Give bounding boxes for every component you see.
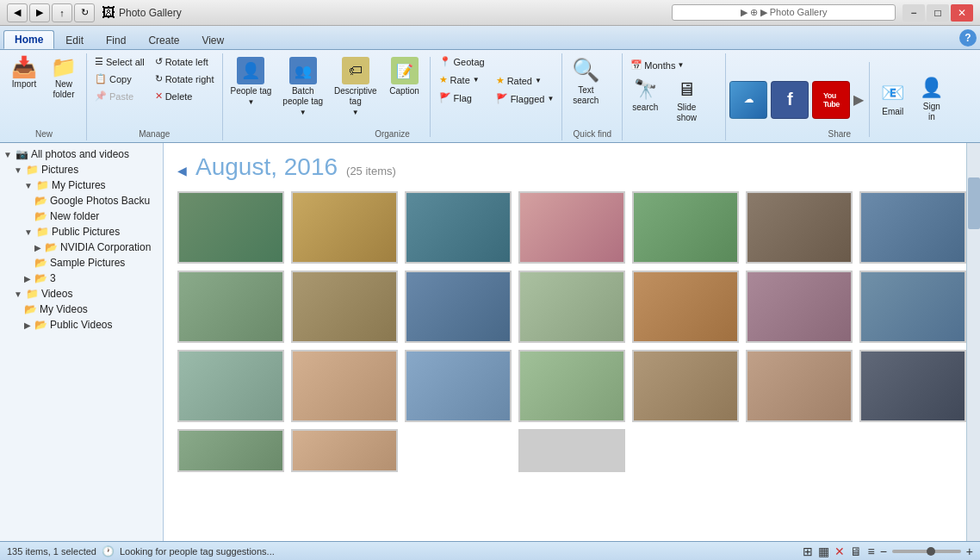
- content-area: ◀ August, 2016 (25 items): [164, 143, 980, 541]
- photo-thumb-2[interactable]: [291, 191, 398, 264]
- photo-thumb-23[interactable]: [291, 429, 398, 472]
- tab-edit[interactable]: Edit: [54, 30, 95, 49]
- nav-refresh[interactable]: ↻: [74, 3, 95, 22]
- paste-icon: 📌: [95, 90, 107, 102]
- email-icon: 📧: [881, 82, 904, 104]
- nav-back[interactable]: ◀: [7, 3, 28, 22]
- nav-buttons: ◀ ▶ ↑ ↻: [7, 3, 95, 22]
- minimize-button[interactable]: −: [902, 4, 925, 22]
- sidebar-item-all[interactable]: ▼ 📷 All photos and videos: [0, 146, 163, 162]
- photo-thumb-14[interactable]: [859, 271, 966, 343]
- sidebar-item-pictures[interactable]: ▼ 📁 Pictures: [0, 162, 163, 177]
- months-button[interactable]: 📅 Months ▼: [626, 57, 688, 73]
- flag-button[interactable]: 🚩 Flag: [435, 90, 489, 106]
- sidebar-item-public-videos[interactable]: ▶ 📂 Public Videos: [0, 317, 163, 333]
- search-button[interactable]: 🔭 search: [626, 75, 664, 127]
- scrollbar-track[interactable]: [966, 143, 980, 541]
- paste-button[interactable]: 📌 Paste: [90, 88, 149, 104]
- slide-show-button[interactable]: 🖥 Slideshow: [667, 75, 705, 127]
- sidebar-item-3[interactable]: ▶ 📂 3: [0, 271, 163, 286]
- photo-thumb-12[interactable]: [632, 271, 739, 343]
- photo-thumb-5[interactable]: [632, 191, 739, 264]
- photo-thumb-16[interactable]: [291, 350, 398, 422]
- photo-thumb-7[interactable]: [859, 191, 966, 264]
- photo-thumb-6[interactable]: [746, 191, 853, 264]
- youtube-button[interactable]: YouTube: [812, 81, 850, 119]
- sidebar-item-google-photos[interactable]: 📂 Google Photos Backu: [0, 193, 163, 208]
- rate-button[interactable]: ★ Rate ▼: [435, 72, 489, 88]
- text-search-button[interactable]: 🔍 Textsearch: [566, 53, 605, 109]
- photo-thumb-18[interactable]: [518, 350, 625, 422]
- select-all-button[interactable]: ☰ Select all: [90, 53, 149, 70]
- nvidia-icon: 📂: [45, 241, 58, 253]
- tab-create[interactable]: Create: [137, 30, 190, 49]
- facebook-button[interactable]: f: [771, 81, 809, 119]
- caption-button[interactable]: 📝 Caption: [384, 53, 425, 99]
- photo-thumb-3[interactable]: [405, 191, 512, 264]
- ribbon-group-share: ☁ f YouTube ▶ 📧 Email 👤 Signin Share: [726, 53, 952, 140]
- new-folder-button[interactable]: 📁 Newfolder: [45, 53, 83, 103]
- photo-thumb-9[interactable]: [291, 271, 398, 343]
- photo-thumb-4[interactable]: [518, 191, 625, 264]
- close-button[interactable]: ✕: [951, 4, 973, 22]
- photo-thumb-21[interactable]: [859, 350, 966, 422]
- rotate-left-button[interactable]: ↺ Rotate left: [151, 53, 219, 70]
- nav-up[interactable]: ↑: [52, 3, 72, 22]
- address-bar[interactable]: ▶ ⊕ ▶ Photo Gallery: [672, 4, 896, 21]
- gallery-back-arrow[interactable]: ◀: [177, 164, 187, 177]
- sidebar-item-new-folder[interactable]: 📂 New folder: [0, 208, 163, 224]
- email-button[interactable]: 📧 Email: [875, 78, 910, 120]
- view-icon-4[interactable]: ≡: [867, 544, 874, 558]
- descriptive-tag-button[interactable]: 🏷 Descriptivetag ▼: [330, 53, 381, 120]
- folder-3-icon: 📂: [34, 272, 47, 284]
- zoom-slider[interactable]: [892, 550, 961, 553]
- delete-status-icon[interactable]: ✕: [834, 544, 845, 558]
- geotag-button[interactable]: 📍 Geotag: [435, 53, 489, 70]
- onedrive-button[interactable]: ☁: [729, 81, 767, 119]
- people-tag-button[interactable]: 👤 People tag ▼: [226, 53, 276, 109]
- view-icon-1[interactable]: ⊞: [803, 544, 813, 558]
- photo-thumb-19[interactable]: [632, 350, 739, 422]
- zoom-plus[interactable]: +: [966, 544, 973, 558]
- photo-thumb-24[interactable]: [518, 429, 625, 472]
- sidebar-item-public-pictures[interactable]: ▼ 📁 Public Pictures: [0, 224, 163, 240]
- help-button[interactable]: ?: [959, 29, 977, 47]
- batch-people-tag-arrow: ▼: [300, 109, 307, 116]
- view-icon-3[interactable]: 🖥: [850, 544, 862, 558]
- maximize-button[interactable]: □: [927, 4, 949, 22]
- rotate-right-button[interactable]: ↻ Rotate right: [151, 71, 219, 87]
- sidebar-item-nvidia[interactable]: ▶ 📂 NVIDIA Corporation: [0, 240, 163, 255]
- view-icon-2[interactable]: ▦: [818, 544, 829, 558]
- tab-view[interactable]: View: [190, 30, 235, 49]
- youtube-icon: YouTube: [823, 91, 840, 109]
- copy-button[interactable]: 📋 Copy: [90, 71, 149, 87]
- photo-thumb-11[interactable]: [518, 271, 625, 343]
- rated-button[interactable]: ★ Rated ▼: [492, 72, 559, 89]
- photo-thumb-1[interactable]: [177, 191, 284, 264]
- flagged-button[interactable]: 🚩 Flagged ▼: [492, 90, 559, 107]
- zoom-minus[interactable]: −: [880, 544, 887, 558]
- sign-in-button[interactable]: 👤 Signin: [914, 73, 949, 125]
- delete-button[interactable]: ✕ Delete: [151, 88, 219, 104]
- sidebar-item-sample[interactable]: 📂 Sample Pictures: [0, 255, 163, 271]
- tab-find[interactable]: Find: [95, 30, 137, 49]
- batch-people-tag-button[interactable]: 👥 Batchpeople tag ▼: [278, 53, 327, 120]
- photo-thumb-22[interactable]: [177, 429, 284, 472]
- photo-thumb-13[interactable]: [746, 271, 853, 343]
- sidebar-item-google-photos-label: Google Photos Backu: [50, 195, 150, 207]
- sidebar-item-my-videos[interactable]: 📂 My Videos: [0, 302, 163, 317]
- nav-forward[interactable]: ▶: [29, 3, 50, 22]
- sidebar-item-videos[interactable]: ▼ 📁 Videos: [0, 286, 163, 302]
- photo-thumb-15[interactable]: [177, 350, 284, 422]
- import-button[interactable]: 📥 Import: [5, 53, 43, 93]
- share-more-arrow[interactable]: ▶: [853, 91, 864, 108]
- rated-dropdown-arrow: ▼: [535, 77, 542, 84]
- sidebar-item-my-pictures[interactable]: ▼ 📁 My Pictures: [0, 177, 163, 193]
- scrollbar-thumb[interactable]: [968, 177, 980, 229]
- tab-home[interactable]: Home: [3, 30, 54, 49]
- photo-thumb-20[interactable]: [746, 350, 853, 422]
- photo-thumb-8[interactable]: [177, 271, 284, 343]
- photo-thumb-17[interactable]: [405, 350, 512, 422]
- gallery-count: (25 items): [346, 165, 396, 177]
- photo-thumb-10[interactable]: [405, 271, 512, 343]
